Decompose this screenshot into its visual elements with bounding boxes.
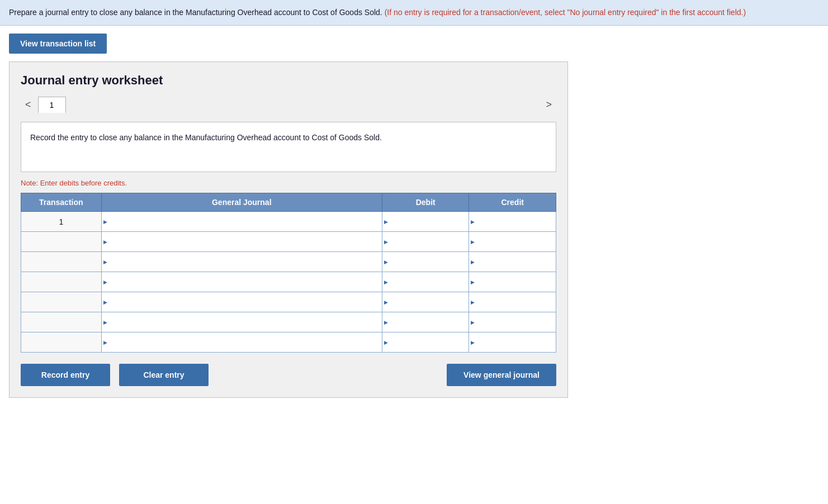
transaction-cell: [21, 272, 102, 292]
journal-entry-worksheet: Journal entry worksheet < 1 > Record the…: [9, 61, 568, 398]
tab-1[interactable]: 1: [38, 97, 66, 113]
credit-cell[interactable]: [469, 332, 556, 353]
general-journal-cell[interactable]: [101, 252, 382, 272]
credit-input[interactable]: [469, 272, 556, 292]
debit-cell[interactable]: [382, 212, 469, 232]
table-row: [21, 312, 556, 332]
debit-cell[interactable]: [382, 252, 469, 272]
journal-table: Transaction General Journal Debit Credit…: [21, 193, 556, 353]
credit-cell[interactable]: [469, 272, 556, 292]
note-text: Note: Enter debits before credits.: [21, 179, 556, 187]
instruction-banner: Prepare a journal entry to close any bal…: [0, 0, 828, 26]
table-row: [21, 252, 556, 272]
general-journal-input[interactable]: [102, 232, 382, 251]
debit-input[interactable]: [382, 292, 469, 312]
next-tab-button[interactable]: >: [541, 97, 556, 113]
debit-cell[interactable]: [382, 272, 469, 292]
credit-cell[interactable]: [469, 292, 556, 312]
debit-cell[interactable]: [382, 292, 469, 312]
prev-tab-button[interactable]: <: [21, 97, 36, 113]
debit-input[interactable]: [382, 212, 469, 231]
general-journal-cell[interactable]: [101, 272, 382, 292]
general-journal-input[interactable]: [102, 212, 382, 231]
table-row: [21, 232, 556, 252]
instruction-main-text: Prepare a journal entry to close any bal…: [9, 8, 382, 17]
transaction-header: Transaction: [21, 193, 102, 212]
credit-input[interactable]: [469, 232, 556, 251]
general-journal-input[interactable]: [102, 252, 382, 272]
credit-cell[interactable]: [469, 212, 556, 232]
table-row: [21, 292, 556, 312]
debit-input[interactable]: [382, 332, 469, 352]
debit-input[interactable]: [382, 252, 469, 272]
credit-input[interactable]: [469, 332, 556, 352]
description-text: Record the entry to close any balance in…: [30, 133, 382, 142]
debit-header: Debit: [382, 193, 469, 212]
description-box: Record the entry to close any balance in…: [21, 122, 556, 172]
table-row: [21, 332, 556, 353]
general-journal-cell[interactable]: [101, 232, 382, 252]
debit-cell[interactable]: [382, 332, 469, 353]
transaction-cell: 1: [21, 212, 102, 232]
general-journal-cell[interactable]: [101, 332, 382, 353]
general-journal-cell[interactable]: [101, 212, 382, 232]
view-transaction-button[interactable]: View transaction list: [9, 34, 107, 54]
credit-cell[interactable]: [469, 312, 556, 332]
debit-input[interactable]: [382, 232, 469, 251]
general-journal-input[interactable]: [102, 312, 382, 332]
debit-cell[interactable]: [382, 232, 469, 252]
debit-input[interactable]: [382, 272, 469, 292]
transaction-cell: [21, 232, 102, 252]
general-journal-cell[interactable]: [101, 312, 382, 332]
view-general-journal-button[interactable]: View general journal: [447, 364, 556, 386]
general-journal-header: General Journal: [101, 193, 382, 212]
transaction-cell: [21, 292, 102, 312]
instruction-note-text: (If no entry is required for a transacti…: [385, 8, 746, 17]
tab-navigation: < 1 >: [21, 97, 556, 113]
credit-input[interactable]: [469, 292, 556, 312]
record-entry-button[interactable]: Record entry: [21, 364, 110, 386]
clear-entry-button[interactable]: Clear entry: [119, 364, 209, 386]
credit-header: Credit: [469, 193, 556, 212]
worksheet-title: Journal entry worksheet: [21, 73, 556, 88]
action-buttons-row: Record entry Clear entry View general jo…: [21, 364, 556, 386]
debit-cell[interactable]: [382, 312, 469, 332]
transaction-cell: [21, 332, 102, 353]
general-journal-input[interactable]: [102, 272, 382, 292]
credit-input[interactable]: [469, 312, 556, 332]
transaction-cell: [21, 252, 102, 272]
table-row: [21, 272, 556, 292]
credit-input[interactable]: [469, 212, 556, 231]
table-row: 1: [21, 212, 556, 232]
transaction-cell: [21, 312, 102, 332]
debit-input[interactable]: [382, 312, 469, 332]
general-journal-input[interactable]: [102, 292, 382, 312]
general-journal-input[interactable]: [102, 332, 382, 352]
credit-cell[interactable]: [469, 252, 556, 272]
credit-input[interactable]: [469, 252, 556, 272]
general-journal-cell[interactable]: [101, 292, 382, 312]
credit-cell[interactable]: [469, 232, 556, 252]
